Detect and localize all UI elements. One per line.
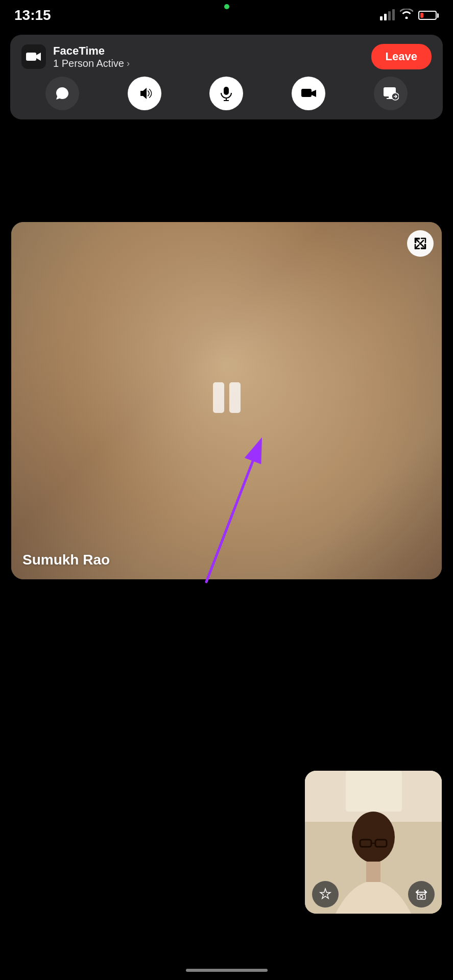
flip-camera-button[interactable] [408, 881, 435, 908]
facetime-app-icon [21, 44, 46, 69]
status-time: 13:15 [14, 7, 51, 23]
active-persons-label: 1 Person Active › [53, 58, 130, 69]
pause-indicator [213, 382, 241, 413]
expand-icon [414, 237, 427, 250]
flip-icon [415, 888, 428, 901]
effects-icon [319, 888, 332, 901]
leave-button[interactable]: Leave [371, 44, 432, 69]
mic-icon [218, 85, 234, 102]
signal-icon [380, 10, 395, 20]
sharescreen-icon [383, 85, 399, 102]
main-video[interactable]: Sumukh Rao [11, 222, 442, 579]
svg-point-23 [420, 895, 423, 898]
svg-rect-16 [346, 771, 402, 812]
expand-button[interactable] [407, 230, 434, 257]
battery-icon [418, 11, 439, 20]
effects-button[interactable] [312, 881, 339, 908]
speaker-icon [136, 85, 153, 102]
status-bar: 13:15 [0, 0, 453, 31]
call-controls [21, 77, 432, 110]
speaker-button[interactable] [128, 77, 161, 110]
self-video [305, 771, 442, 914]
chat-icon [54, 85, 70, 102]
svg-point-17 [352, 812, 395, 863]
facetime-camera-icon [26, 51, 41, 62]
caller-name-label: Sumukh Rao [22, 552, 110, 568]
svg-rect-1 [224, 87, 229, 95]
camera-toggle-button[interactable] [292, 77, 325, 110]
svg-rect-0 [26, 53, 36, 61]
svg-rect-21 [366, 862, 380, 882]
home-indicator [186, 969, 268, 972]
camera-icon [300, 85, 317, 102]
chat-button[interactable] [45, 77, 79, 110]
banner-title-section: FaceTime 1 Person Active › [53, 44, 130, 69]
notification-banner: FaceTime 1 Person Active › Leave [10, 35, 443, 119]
banner-app-info: FaceTime 1 Person Active › [21, 44, 130, 69]
banner-top: FaceTime 1 Person Active › Leave [21, 44, 432, 69]
mic-button[interactable] [209, 77, 243, 110]
svg-rect-4 [301, 89, 312, 97]
wifi-icon [400, 9, 413, 22]
sharescreen-button[interactable] [374, 77, 408, 110]
status-icons [380, 9, 439, 22]
app-name-label: FaceTime [53, 44, 130, 58]
self-video-controls [305, 881, 442, 908]
